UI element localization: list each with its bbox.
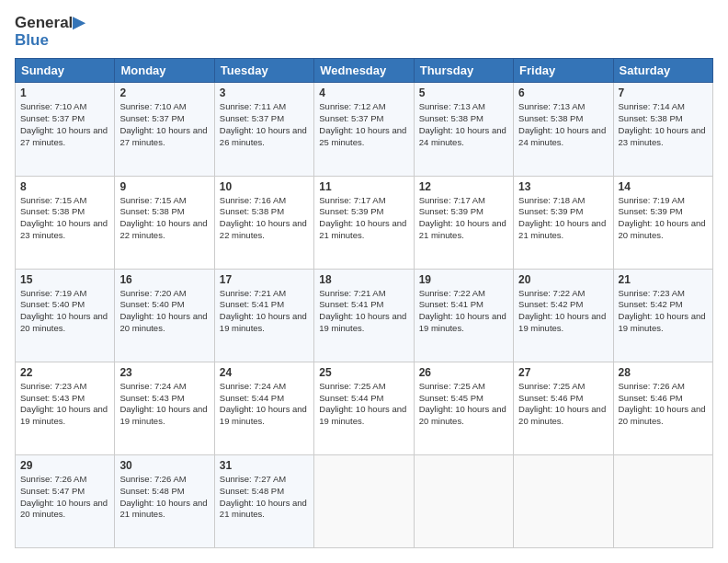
logo-svg: General▶ Blue [15,15,85,49]
week-row-4: 22 Sunrise: 7:23 AMSunset: 5:43 PMDaylig… [16,362,713,454]
day-header-monday: Monday [115,59,214,83]
day-number: 16 [119,273,209,286]
logo-line2: Blue [15,32,85,50]
day-number: 1 [20,86,109,99]
day-number: 23 [119,366,209,379]
day-cell: 13 Sunrise: 7:18 AMSunset: 5:39 PMDaylig… [514,176,613,269]
day-number: 28 [619,366,708,379]
day-number: 18 [319,273,408,286]
day-number: 10 [220,180,309,193]
day-cell: 11 Sunrise: 7:17 AMSunset: 5:39 PMDaylig… [314,176,414,269]
day-cell: 28 Sunrise: 7:26 AMSunset: 5:46 PMDaylig… [613,362,712,454]
day-info: Sunrise: 7:25 AMSunset: 5:46 PMDaylight:… [518,381,606,426]
day-number: 11 [319,180,408,193]
day-info: Sunrise: 7:10 AMSunset: 5:37 PMDaylight:… [20,101,108,146]
day-cell: 31 Sunrise: 7:27 AMSunset: 5:48 PMDaylig… [214,454,313,547]
day-cell: 3 Sunrise: 7:11 AMSunset: 5:37 PMDayligh… [214,83,313,176]
day-cell [613,454,712,547]
day-info: Sunrise: 7:12 AMSunset: 5:37 PMDaylight:… [319,101,406,146]
day-info: Sunrise: 7:13 AMSunset: 5:38 PMDaylight:… [518,101,606,146]
day-number: 3 [220,86,309,99]
logo: General▶ Blue [15,15,85,49]
day-cell: 26 Sunrise: 7:25 AMSunset: 5:45 PMDaylig… [414,362,513,454]
day-header-wednesday: Wednesday [314,59,414,83]
day-number: 19 [419,273,508,286]
day-cell: 17 Sunrise: 7:21 AMSunset: 5:41 PMDaylig… [214,269,313,362]
day-cell: 25 Sunrise: 7:25 AMSunset: 5:44 PMDaylig… [314,362,414,454]
calendar-page: General▶ Blue SundayMondayTuesdayWednesd… [0,0,728,563]
day-info: Sunrise: 7:23 AMSunset: 5:43 PMDaylight:… [20,381,108,426]
day-header-tuesday: Tuesday [214,59,313,83]
calendar-table: SundayMondayTuesdayWednesdayThursdayFrid… [15,58,713,548]
day-cell: 19 Sunrise: 7:22 AMSunset: 5:41 PMDaylig… [414,269,513,362]
day-cell: 27 Sunrise: 7:25 AMSunset: 5:46 PMDaylig… [514,362,613,454]
day-cell [414,454,513,547]
day-info: Sunrise: 7:13 AMSunset: 5:38 PMDaylight:… [419,101,506,146]
day-header-friday: Friday [514,59,613,83]
day-cell: 30 Sunrise: 7:26 AMSunset: 5:48 PMDaylig… [115,454,214,547]
day-cell: 24 Sunrise: 7:24 AMSunset: 5:44 PMDaylig… [214,362,313,454]
week-row-1: 1 Sunrise: 7:10 AMSunset: 5:37 PMDayligh… [16,83,713,176]
day-number: 9 [119,180,209,193]
day-number: 8 [20,180,109,193]
day-cell: 4 Sunrise: 7:12 AMSunset: 5:37 PMDayligh… [314,83,414,176]
day-number: 4 [319,86,408,99]
week-row-3: 15 Sunrise: 7:19 AMSunset: 5:40 PMDaylig… [16,269,713,362]
day-cell: 20 Sunrise: 7:22 AMSunset: 5:42 PMDaylig… [514,269,613,362]
week-row-2: 8 Sunrise: 7:15 AMSunset: 5:38 PMDayligh… [16,176,713,269]
day-info: Sunrise: 7:18 AMSunset: 5:39 PMDaylight:… [518,195,606,240]
day-number: 24 [220,366,309,379]
day-cell: 29 Sunrise: 7:26 AMSunset: 5:47 PMDaylig… [16,454,115,547]
day-info: Sunrise: 7:17 AMSunset: 5:39 PMDaylight:… [319,195,406,240]
day-cell: 9 Sunrise: 7:15 AMSunset: 5:38 PMDayligh… [115,176,214,269]
day-number: 5 [419,86,508,99]
day-number: 15 [20,273,109,286]
day-number: 29 [20,459,109,472]
day-info: Sunrise: 7:25 AMSunset: 5:45 PMDaylight:… [419,381,506,426]
day-cell: 18 Sunrise: 7:21 AMSunset: 5:41 PMDaylig… [314,269,414,362]
day-info: Sunrise: 7:23 AMSunset: 5:42 PMDaylight:… [619,288,706,333]
day-info: Sunrise: 7:21 AMSunset: 5:41 PMDaylight:… [319,288,406,333]
day-info: Sunrise: 7:11 AMSunset: 5:37 PMDaylight:… [220,101,307,146]
day-cell: 15 Sunrise: 7:19 AMSunset: 5:40 PMDaylig… [16,269,115,362]
day-number: 13 [518,180,608,193]
day-info: Sunrise: 7:24 AMSunset: 5:43 PMDaylight:… [119,381,207,426]
day-info: Sunrise: 7:20 AMSunset: 5:40 PMDaylight:… [119,288,207,333]
day-info: Sunrise: 7:14 AMSunset: 5:38 PMDaylight:… [619,101,706,146]
day-info: Sunrise: 7:22 AMSunset: 5:42 PMDaylight:… [518,288,606,333]
day-number: 14 [619,180,708,193]
day-header-sunday: Sunday [16,59,115,83]
day-info: Sunrise: 7:15 AMSunset: 5:38 PMDaylight:… [119,195,207,240]
day-info: Sunrise: 7:26 AMSunset: 5:47 PMDaylight:… [20,474,108,519]
day-info: Sunrise: 7:24 AMSunset: 5:44 PMDaylight:… [220,381,307,426]
day-info: Sunrise: 7:15 AMSunset: 5:38 PMDaylight:… [20,195,108,240]
day-info: Sunrise: 7:19 AMSunset: 5:39 PMDaylight:… [619,195,706,240]
day-number: 2 [119,86,209,99]
day-number: 17 [220,273,309,286]
day-info: Sunrise: 7:27 AMSunset: 5:48 PMDaylight:… [220,474,307,519]
day-number: 21 [619,273,708,286]
day-info: Sunrise: 7:22 AMSunset: 5:41 PMDaylight:… [419,288,506,333]
day-info: Sunrise: 7:16 AMSunset: 5:38 PMDaylight:… [220,195,307,240]
day-header-saturday: Saturday [613,59,712,83]
day-cell: 1 Sunrise: 7:10 AMSunset: 5:37 PMDayligh… [16,83,115,176]
day-cell: 23 Sunrise: 7:24 AMSunset: 5:43 PMDaylig… [115,362,214,454]
header: General▶ Blue [15,15,713,49]
day-cell: 10 Sunrise: 7:16 AMSunset: 5:38 PMDaylig… [214,176,313,269]
day-cell [314,454,414,547]
day-cell: 7 Sunrise: 7:14 AMSunset: 5:38 PMDayligh… [613,83,712,176]
day-header-thursday: Thursday [414,59,513,83]
day-cell: 12 Sunrise: 7:17 AMSunset: 5:39 PMDaylig… [414,176,513,269]
day-cell: 6 Sunrise: 7:13 AMSunset: 5:38 PMDayligh… [514,83,613,176]
day-cell: 5 Sunrise: 7:13 AMSunset: 5:38 PMDayligh… [414,83,513,176]
day-info: Sunrise: 7:25 AMSunset: 5:44 PMDaylight:… [319,381,406,426]
day-number: 31 [220,459,309,472]
day-cell: 21 Sunrise: 7:23 AMSunset: 5:42 PMDaylig… [613,269,712,362]
day-number: 30 [119,459,209,472]
week-row-5: 29 Sunrise: 7:26 AMSunset: 5:47 PMDaylig… [16,454,713,547]
day-cell: 2 Sunrise: 7:10 AMSunset: 5:37 PMDayligh… [115,83,214,176]
day-cell [514,454,613,547]
day-cell: 16 Sunrise: 7:20 AMSunset: 5:40 PMDaylig… [115,269,214,362]
day-number: 22 [20,366,109,379]
day-info: Sunrise: 7:26 AMSunset: 5:48 PMDaylight:… [119,474,207,519]
